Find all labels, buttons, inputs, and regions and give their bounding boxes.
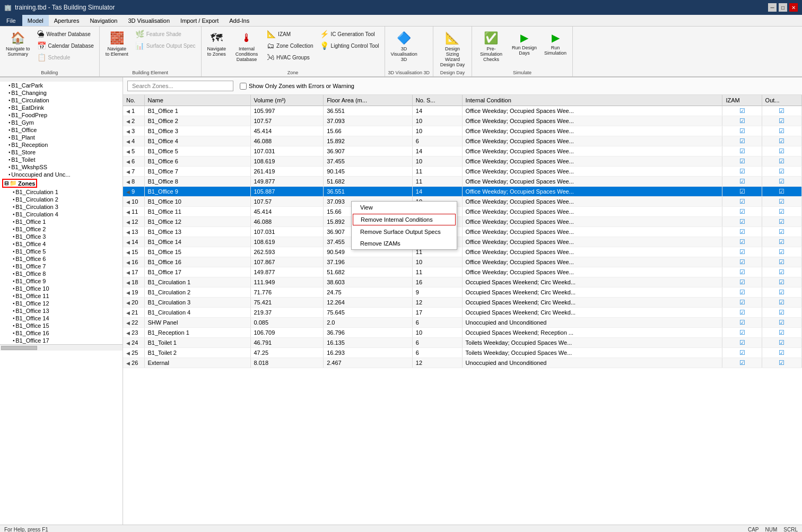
table-row[interactable]: ◀ 7 B1_Office 7 261.419 90.145 11 Office… — [123, 167, 802, 177]
search-zones-input[interactable] — [127, 81, 233, 91]
sidebar-item[interactable]: ▪ B1_Office 5 — [0, 248, 123, 255]
sidebar-item[interactable]: ▪ B1_Store — [0, 149, 123, 156]
title-controls[interactable]: ─ □ ✕ — [768, 3, 798, 12]
sidebar-item[interactable]: ▪ B1_Circulation 2 — [0, 196, 123, 203]
cell-nos: 10 — [412, 257, 462, 267]
sidebar-item[interactable]: ▪ B1_Circulation 1 — [0, 188, 123, 196]
errors-filter-checkbox[interactable] — [240, 83, 247, 90]
sidebar-item[interactable]: ▪ B1_Circulation 3 — [0, 203, 123, 211]
sidebar-item[interactable]: ▪ B1_Office 9 — [0, 277, 123, 285]
menu-apertures[interactable]: Apertures — [49, 15, 85, 26]
sidebar-item[interactable]: ▪ B1_Office 11 — [0, 292, 123, 300]
table-row[interactable]: ◀ 23 B1_Reception 1 106.709 36.796 10 Oc… — [123, 328, 802, 338]
table-row[interactable]: ◀ 26 External 8.018 2.467 12 Unoccupied … — [123, 358, 802, 368]
sidebar-item[interactable]: ⊟ 📁 Zones — [0, 178, 123, 188]
sidebar-item[interactable]: ▪ B1_Office 10 — [0, 285, 123, 292]
menu-3d-vis[interactable]: 3D Visualisation — [123, 15, 175, 26]
design-sizing-button[interactable]: 📐 DesignSizing WizardDesign Day — [437, 29, 468, 69]
menu-file[interactable]: File — [0, 15, 22, 26]
table-row[interactable]: ◀ 17 B1_Office 17 149.877 51.682 11 Offi… — [123, 267, 802, 277]
run-simulation-button[interactable]: ▶ RunSimulation — [542, 29, 569, 57]
sidebar-item[interactable]: ▪ B1_Office 14 — [0, 315, 123, 322]
lighting-control-button[interactable]: 💡 Lighting Control Tool — [318, 40, 381, 51]
ic-generation-button[interactable]: ⚡ IC Generation Tool — [318, 29, 381, 39]
table-row[interactable]: ◀ 14 B1_Office 14 108.619 37.455 10 Offi… — [123, 237, 802, 247]
navigate-zones-button[interactable]: 🗺 Navigateto Zones — [205, 29, 229, 58]
sidebar-item[interactable]: ▪ B1_Office 6 — [0, 255, 123, 263]
menu-navigation[interactable]: Navigation — [84, 15, 123, 26]
table-row[interactable]: ◀ 6 B1_Office 6 108.619 37.455 10 Office… — [123, 156, 802, 167]
sidebar-item[interactable]: ▪ B1_Changing — [0, 89, 123, 97]
sidebar-item[interactable]: ▪ B1_Office 1 — [0, 218, 123, 225]
table-row[interactable]: ◀ 20 B1_Circulation 3 75.421 12.264 12 O… — [123, 298, 802, 308]
sidebar-item[interactable]: ▪ B1_Toilet — [0, 156, 123, 163]
navigate-summary-button[interactable]: 🏠 Navigate toSummary — [3, 29, 33, 58]
minimize-button[interactable]: ─ — [768, 3, 777, 12]
weather-db-button[interactable]: 🌦 Weather Database — [35, 29, 96, 39]
sidebar-item[interactable]: ▪ B1_Office 17 — [0, 337, 123, 344]
errors-filter-label[interactable]: Show Only Zones with Errors or Warning — [240, 83, 354, 90]
sidebar-item[interactable]: ▪ B1_Office 7 — [0, 263, 123, 270]
table-row[interactable]: ◀ 2 B1_Office 2 107.57 37.093 10 Office … — [123, 116, 802, 126]
sidebar-item[interactable]: ▪ B1_Circulation 4 — [0, 211, 123, 218]
table-row[interactable]: ◀ 4 B1_Office 4 46.088 15.892 6 Office W… — [123, 136, 802, 146]
schedule-button[interactable]: 📋 Schedule — [35, 52, 96, 63]
table-row[interactable]: ◀ 5 B1_Office 5 107.031 36.907 14 Office… — [123, 146, 802, 156]
context-menu-view[interactable]: View — [352, 202, 457, 213]
context-menu-remove-surface[interactable]: Remove Surface Output Specs — [352, 226, 457, 238]
table-row[interactable]: ◀ 10 B1_Office 10 107.57 37.093 10 Offic… — [123, 197, 802, 207]
sidebar-item[interactable]: ▪ B1_WkshpSS — [0, 163, 123, 171]
sidebar-item[interactable]: ▪ B1_Office 4 — [0, 240, 123, 248]
table-row[interactable]: ◀ 18 B1_Circulation 1 111.949 38.603 16 … — [123, 277, 802, 287]
sidebar-item[interactable]: ▪ B1_EatDrink — [0, 104, 123, 111]
sidebar-item[interactable]: ▪ B1_FoodPrep — [0, 111, 123, 119]
table-row[interactable]: ◀ 12 B1_Office 12 46.088 15.892 6 Office… — [123, 217, 802, 227]
feature-shade-button[interactable]: 🌿 Feature Shade — [133, 29, 198, 39]
internal-conditions-button[interactable]: 🌡 Internal ConditionsDatabase — [231, 29, 263, 64]
table-row[interactable]: ◀ 8 B1_Office 8 149.877 51.682 11 Office… — [123, 177, 802, 187]
sidebar-item[interactable]: ▪ Unoccupied and Unc... — [0, 171, 123, 178]
table-row[interactable]: ◀ 22 SHW Panel 0.085 2.0 6 Unoccupied an… — [123, 318, 802, 328]
table-row[interactable]: ◀ 16 B1_Office 16 107.867 37.196 10 Offi… — [123, 257, 802, 267]
pre-simulation-button[interactable]: ✅ Pre-SimulationChecks — [475, 29, 507, 64]
table-row[interactable]: ◀ 1 B1_Office 1 105.997 36.551 14 Office… — [123, 106, 802, 116]
menu-model[interactable]: Model — [22, 15, 49, 26]
table-row[interactable]: ◀ 24 B1_Toilet 1 46.791 16.135 6 Toilets… — [123, 338, 802, 348]
context-menu-remove-internal[interactable]: Remove Internal Conditions — [353, 214, 456, 225]
zone-collection-button[interactable]: 🗂 Zone Collection — [265, 40, 315, 51]
sidebar-item[interactable]: ▪ B1_Office 2 — [0, 225, 123, 233]
table-row[interactable]: ◀ 3 B1_Office 3 45.414 15.66 10 Office W… — [123, 126, 802, 136]
sidebar-item[interactable]: ▪ B1_Office — [0, 126, 123, 134]
table-row[interactable]: ◀ 21 B1_Circulation 4 219.37 75.645 17 O… — [123, 308, 802, 318]
close-button[interactable]: ✕ — [789, 3, 798, 12]
calendar-db-button[interactable]: 📅 Calendar Database — [35, 40, 96, 51]
context-menu-remove-izams[interactable]: Remove IZAMs — [352, 238, 457, 249]
maximize-button[interactable]: □ — [779, 3, 787, 12]
sidebar-item[interactable]: ▪ B1_Office 8 — [0, 270, 123, 277]
table-row[interactable]: ◀ 15 B1_Office 15 262.593 90.549 11 Offi… — [123, 247, 802, 257]
zone-table-container[interactable]: No. Name Volume (m³) Floor Area (m... No… — [123, 95, 802, 525]
sidebar-item[interactable]: ▪ B1_Office 12 — [0, 300, 123, 307]
sidebar-item[interactable]: ▪ B1_Reception — [0, 141, 123, 149]
surface-output-button[interactable]: 📊 Surface Output Spec — [133, 40, 198, 51]
navigate-element-button[interactable]: 🧱 Navigateto Element — [103, 29, 131, 58]
sidebar-item[interactable]: ▪ B1_Office 16 — [0, 329, 123, 337]
table-row[interactable]: ◀ 9 B1_Office 9 105.887 36.551 14 Office… — [123, 187, 802, 197]
sidebar-item[interactable]: ▪ B1_Gym — [0, 119, 123, 126]
sidebar-item[interactable]: ▪ B1_CarPark — [0, 82, 123, 89]
sidebar-item[interactable]: ▪ B1_Office 13 — [0, 307, 123, 315]
sidebar-item[interactable]: ▪ B1_Office 3 — [0, 233, 123, 240]
table-row[interactable]: ◀ 11 B1_Office 11 45.414 15.66 10 Office… — [123, 207, 802, 217]
hvac-groups-button[interactable]: 🌬 HVAC Groups — [265, 52, 315, 63]
menu-addins[interactable]: Add-Ins — [224, 15, 255, 26]
izam-button[interactable]: 📐 IZAM — [265, 29, 315, 39]
table-row[interactable]: ◀ 13 B1_Office 13 107.031 36.907 14 Offi… — [123, 227, 802, 237]
sidebar-item[interactable]: ▪ B1_Circulation — [0, 97, 123, 104]
menu-import-export[interactable]: Import / Export — [175, 15, 224, 26]
table-row[interactable]: ◀ 25 B1_Toilet 2 47.25 16.293 6 Toilets … — [123, 348, 802, 358]
3d-vis-button[interactable]: 🔷 3DVisualisation3D — [388, 29, 420, 64]
sidebar-item[interactable]: ▪ B1_Plant — [0, 134, 123, 141]
run-design-days-button[interactable]: ▶ Run DesignDays — [509, 29, 539, 57]
sidebar-item[interactable]: ▪ B1_Office 15 — [0, 322, 123, 329]
table-row[interactable]: ◀ 19 B1_Circulation 2 71.776 24.75 9 Occ… — [123, 287, 802, 298]
